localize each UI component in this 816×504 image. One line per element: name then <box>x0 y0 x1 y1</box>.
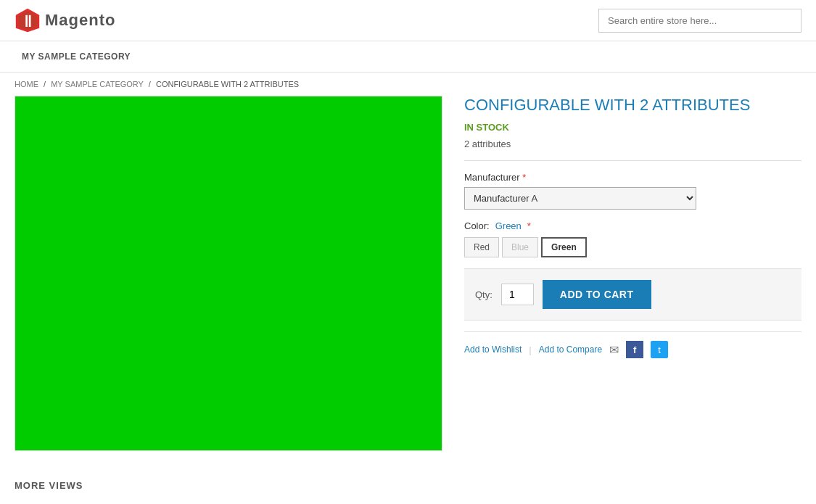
product-info-column: CONFIGURABLE WITH 2 ATTRIBUTES IN STOCK … <box>464 96 801 367</box>
email-icon[interactable]: ✉ <box>609 343 619 357</box>
twitter-icon[interactable]: t <box>651 341 668 358</box>
cart-area: Qty: ADD TO CART <box>464 268 801 321</box>
cart-row: Qty: ADD TO CART <box>475 280 791 309</box>
color-required-marker: * <box>527 220 531 231</box>
social-links-area: Add to Wishlist | Add to Compare ✉ f t <box>464 331 801 367</box>
breadcrumb-sep-1: / <box>44 80 46 88</box>
social-separator: | <box>529 344 531 355</box>
breadcrumb-current: CONFIGURABLE WITH 2 ATTRIBUTES <box>156 80 299 88</box>
manufacturer-option-row: Manufacturer * Manufacturer A <box>464 172 801 210</box>
breadcrumb: HOME / MY SAMPLE CATEGORY / CONFIGURABLE… <box>0 73 816 96</box>
color-swatches: Red Blue Green <box>464 237 801 257</box>
magento-logo-icon <box>15 7 41 33</box>
color-option-row: Color: Green * Red Blue Green <box>464 220 801 257</box>
more-views-section: MORE VIEWS <box>0 466 816 504</box>
navigation: MY SAMPLE CATEGORY <box>0 41 816 73</box>
color-label: Color: <box>464 220 490 231</box>
main-content: CONFIGURABLE WITH 2 ATTRIBUTES IN STOCK … <box>0 96 816 466</box>
svg-rect-2 <box>25 15 28 27</box>
manufacturer-label: Manufacturer * <box>464 172 801 183</box>
color-label-row: Color: Green * <box>464 220 801 231</box>
logo-text: Magento <box>45 11 115 30</box>
stock-status-badge: IN STOCK <box>464 122 801 133</box>
qty-input[interactable] <box>501 284 534 305</box>
product-title: CONFIGURABLE WITH 2 ATTRIBUTES <box>464 96 801 115</box>
product-image-column <box>15 96 442 451</box>
add-to-wishlist-link[interactable]: Add to Wishlist <box>464 344 522 355</box>
facebook-icon[interactable]: f <box>626 341 643 358</box>
sidebar-item-my-sample-category[interactable]: MY SAMPLE CATEGORY <box>15 41 138 72</box>
header: Magento <box>0 0 816 41</box>
color-swatch-blue[interactable]: Blue <box>502 237 538 257</box>
manufacturer-select[interactable]: Manufacturer A <box>464 187 696 210</box>
color-swatch-green[interactable]: Green <box>541 237 587 257</box>
search-input[interactable] <box>598 9 801 33</box>
product-options-area: Manufacturer * Manufacturer A Color: Gre… <box>464 160 801 367</box>
add-to-compare-link[interactable]: Add to Compare <box>539 344 602 355</box>
product-main-image <box>15 96 442 451</box>
color-swatch-red[interactable]: Red <box>464 237 499 257</box>
color-selected-value: Green <box>495 220 522 231</box>
qty-label: Qty: <box>475 289 493 300</box>
logo: Magento <box>15 7 115 33</box>
add-to-cart-button[interactable]: ADD TO CART <box>543 280 651 309</box>
breadcrumb-home[interactable]: HOME <box>15 80 38 88</box>
manufacturer-required-marker: * <box>522 172 526 183</box>
breadcrumb-sep-2: / <box>149 80 151 88</box>
more-views-title: MORE VIEWS <box>15 480 801 491</box>
svg-rect-3 <box>29 15 31 27</box>
breadcrumb-category[interactable]: MY SAMPLE CATEGORY <box>51 80 144 88</box>
attributes-count: 2 attributes <box>464 139 801 149</box>
